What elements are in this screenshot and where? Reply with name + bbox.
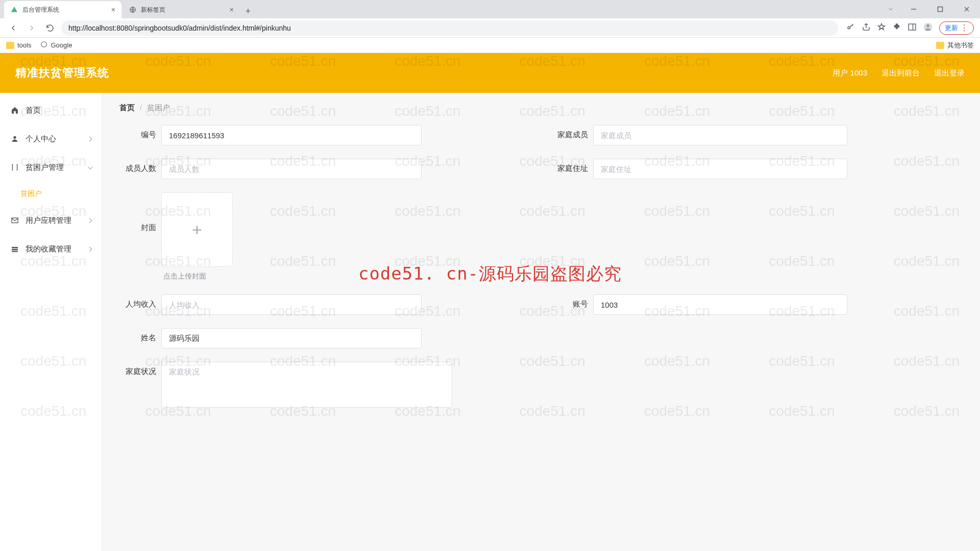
svg-point-10	[41, 42, 47, 47]
bookmark-label: 其他书签	[947, 41, 974, 50]
share-icon[interactable]	[862, 22, 871, 34]
app-title: 精准扶贫管理系统	[15, 65, 109, 81]
input-account[interactable]	[593, 294, 847, 315]
url-text: http://localhost:8080/springbootsudk0/ad…	[68, 24, 291, 32]
sidebar-item-label: 贫困户	[20, 189, 91, 198]
new-tab-button[interactable]: +	[241, 4, 255, 18]
upload-hint: 点击上传封面	[161, 272, 233, 281]
svg-rect-13	[12, 247, 18, 248]
browser-tab-inactive[interactable]: 新标签页 ×	[122, 1, 240, 18]
bookmark-label: tools	[17, 41, 31, 49]
svg-point-9	[926, 24, 929, 27]
sidebar-item-favorites[interactable]: 我的收藏管理	[0, 235, 102, 263]
sidebar-item-label: 首页	[26, 106, 91, 115]
side-panel-icon[interactable]	[908, 22, 917, 34]
svg-rect-15	[12, 251, 18, 252]
extensions-icon[interactable]	[892, 22, 901, 34]
user-icon	[10, 135, 19, 143]
browser-tab-title: 新标签页	[141, 6, 165, 14]
maximize-window-icon[interactable]	[929, 2, 951, 17]
input-family-members[interactable]	[593, 125, 847, 145]
sidebar-item-label: 我的收藏管理	[26, 244, 91, 254]
form-panel: 编号 家庭成员 成员人数 家庭住址	[102, 123, 980, 436]
key-icon[interactable]	[846, 22, 855, 34]
label-income: 人均收入	[119, 294, 156, 309]
bracket-icon	[10, 163, 19, 171]
home-icon	[10, 106, 19, 114]
input-member-count[interactable]	[161, 159, 422, 179]
svg-rect-2	[938, 7, 943, 12]
sidebar-item-poor-household[interactable]: 贫困户	[0, 182, 102, 206]
header-logout[interactable]: 退出登录	[934, 68, 965, 78]
close-tab-icon[interactable]: ×	[230, 6, 234, 14]
browser-tab-title: 后台管理系统	[22, 6, 59, 14]
app-wrapper: code51.cncode51.cncode51.cncode51.cncode…	[0, 53, 980, 551]
bookmark-label: Google	[51, 41, 72, 49]
content-area: 首页 / 贫困户 编号 家庭成员 成员人数	[102, 93, 980, 551]
svg-rect-14	[12, 249, 18, 251]
header-return-front[interactable]: 退出到前台	[881, 68, 920, 78]
bookmark-other[interactable]: 其他书签	[936, 41, 974, 50]
input-income[interactable]	[161, 294, 422, 315]
sidebar-item-label: 个人中心	[26, 134, 91, 144]
sidebar: 首页 个人中心 贫困户管理 贫困户 用户应聘管理 我的收藏管理	[0, 93, 102, 551]
svg-point-5	[848, 27, 850, 29]
back-button[interactable]	[6, 21, 20, 35]
label-id: 编号	[119, 125, 156, 140]
globe-favicon-icon	[129, 6, 137, 14]
input-id[interactable]	[161, 125, 422, 145]
sidebar-item-profile[interactable]: 个人中心	[0, 124, 102, 153]
label-member-count: 成员人数	[119, 159, 156, 173]
input-family-address[interactable]	[593, 159, 847, 179]
sidebar-item-poor-manage[interactable]: 贫困户管理	[0, 153, 102, 182]
star-icon[interactable]	[877, 22, 886, 34]
sidebar-item-recruit[interactable]: 用户应聘管理	[0, 206, 102, 235]
sidebar-item-home[interactable]: 首页	[0, 96, 102, 124]
folder-stack-icon	[10, 245, 19, 253]
header-user[interactable]: 用户 1003	[832, 68, 867, 78]
label-name: 姓名	[119, 328, 156, 343]
breadcrumb-home[interactable]: 首页	[119, 103, 135, 113]
folder-icon	[936, 42, 944, 49]
label-family-members: 家庭成员	[551, 125, 588, 140]
vue-favicon-icon	[10, 6, 18, 14]
breadcrumb: 首页 / 贫困户	[102, 93, 980, 123]
breadcrumb-current: 贫困户	[147, 103, 170, 113]
sidebar-item-label: 贫困户管理	[26, 163, 91, 172]
close-window-icon[interactable]	[955, 2, 978, 17]
browser-tab-active[interactable]: 后台管理系统 ×	[4, 1, 121, 18]
breadcrumb-separator: /	[140, 103, 142, 113]
textarea-family-status[interactable]	[161, 362, 452, 408]
reload-button[interactable]	[43, 21, 57, 35]
app-header: 精准扶贫管理系统 用户 1003 退出到前台 退出登录	[0, 53, 980, 93]
globe-icon	[40, 41, 47, 49]
browser-tab-bar: 后台管理系统 × 新标签页 × +	[0, 0, 980, 18]
bookmark-bar: tools Google 其他书签	[0, 38, 980, 53]
tab-search-icon[interactable]	[883, 2, 898, 17]
folder-icon	[6, 42, 14, 49]
mail-icon	[10, 216, 19, 224]
update-button[interactable]: 更新 ⋮	[939, 21, 974, 35]
update-label: 更新	[945, 23, 958, 33]
browser-toolbar: http://localhost:8080/springbootsudk0/ad…	[0, 18, 980, 38]
svg-rect-6	[909, 24, 916, 30]
sidebar-item-label: 用户应聘管理	[26, 216, 91, 226]
upload-cover-button[interactable]: +	[161, 192, 233, 267]
svg-point-11	[13, 136, 16, 139]
label-account: 账号	[551, 294, 588, 309]
close-tab-icon[interactable]: ×	[111, 6, 115, 14]
label-cover: 封面	[119, 192, 156, 233]
forward-button[interactable]	[24, 21, 39, 35]
input-name[interactable]	[161, 328, 422, 348]
bookmark-tools[interactable]: tools	[6, 41, 31, 49]
plus-icon: +	[192, 221, 202, 238]
window-controls	[883, 0, 978, 18]
label-family-status: 家庭状况	[119, 362, 156, 377]
label-family-address: 家庭住址	[551, 159, 588, 173]
minimize-window-icon[interactable]	[902, 2, 925, 17]
address-bar[interactable]: http://localhost:8080/springbootsudk0/ad…	[61, 20, 838, 36]
profile-icon[interactable]	[923, 22, 933, 34]
bookmark-google[interactable]: Google	[40, 41, 72, 49]
